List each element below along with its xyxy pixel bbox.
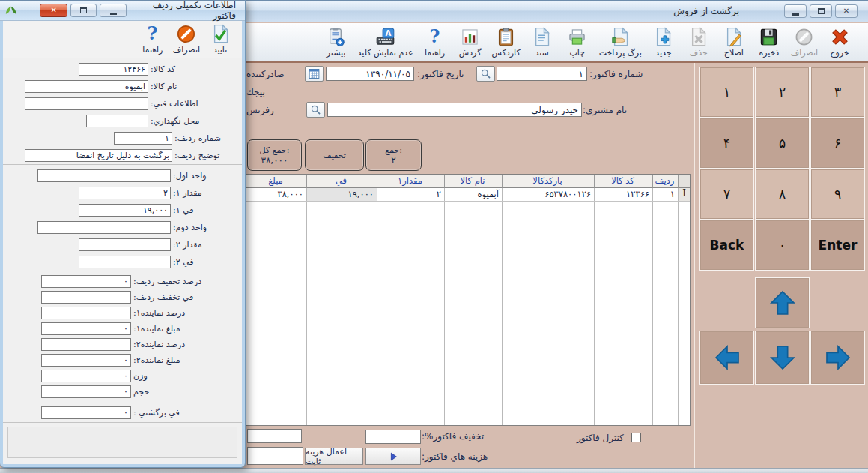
minimize-icon	[792, 13, 799, 16]
row-discount-pct-input[interactable]	[41, 275, 131, 288]
save-button[interactable]: ذخيره	[753, 26, 786, 58]
invoice-date-input[interactable]	[326, 67, 414, 81]
unit1-input[interactable]	[37, 169, 171, 182]
more-button[interactable]: بيشتر	[320, 26, 353, 58]
right-arrow-icon	[823, 343, 853, 373]
invoice-control-checkbox[interactable]	[631, 433, 641, 442]
qty1-input[interactable]	[79, 187, 171, 199]
key-4[interactable]: ۴	[700, 118, 753, 168]
arrow-up-button[interactable]	[756, 278, 809, 328]
arrow-down-button[interactable]	[756, 331, 809, 384]
kardex-icon	[496, 27, 516, 47]
help-button[interactable]: ? راهنما	[419, 26, 452, 58]
invoice-date-calendar-button[interactable]	[305, 66, 324, 82]
technical-info-input[interactable]	[25, 97, 148, 110]
dialog-minimize-button[interactable]	[100, 4, 126, 17]
minimize-button[interactable]	[784, 4, 807, 18]
dialog-close-button[interactable]: ✕	[40, 4, 67, 17]
row-description-input[interactable]	[25, 149, 172, 162]
maximize-button[interactable]	[810, 4, 832, 18]
close-icon: ✕	[843, 7, 849, 15]
fee1-input[interactable]	[79, 204, 171, 217]
volume-input[interactable]	[41, 385, 131, 398]
agent1-pct-input[interactable]	[41, 307, 131, 319]
cancel-button[interactable]: انصراف	[788, 26, 821, 58]
arrow-left-button[interactable]	[700, 331, 753, 384]
key-0[interactable]: ۰	[756, 220, 809, 270]
row-selector[interactable]: I	[678, 188, 690, 201]
return-fee-input[interactable]	[41, 406, 131, 419]
customer-name-input[interactable]	[327, 103, 582, 117]
document-button[interactable]: سند	[526, 26, 559, 58]
col-header-code[interactable]: کد کالا	[594, 175, 652, 188]
issuer-label: صادرکننده	[246, 69, 285, 79]
key-back[interactable]: Back	[700, 220, 753, 270]
apply-fixed-cost-button[interactable]: اعمال هزينه ثابت	[305, 448, 363, 465]
key-3[interactable]: ۳	[811, 67, 864, 117]
col-header-qty1[interactable]: مقدار۱	[377, 175, 444, 188]
print-button[interactable]: چاپ	[561, 26, 594, 58]
reference-label: رفرنس	[246, 105, 274, 115]
qty2-input[interactable]	[79, 238, 171, 251]
hide-keypad-button[interactable]: A عدم نمايش کليد	[355, 26, 416, 58]
confirm-button[interactable]: تاييد	[204, 23, 236, 55]
row-discount-fee-label: في تخفيف رديف:	[133, 292, 193, 302]
col-header-radif[interactable]: رديف	[652, 175, 678, 188]
key-9[interactable]: ۹	[811, 169, 864, 219]
new-button[interactable]: جديد	[647, 26, 680, 58]
turnover-button[interactable]: گردش	[454, 26, 487, 58]
key-6[interactable]: ۶	[811, 118, 864, 168]
volume-label: حجم	[133, 387, 149, 397]
invoice-no-label: شماره فاکتور:	[589, 69, 643, 79]
key-2[interactable]: ۲	[756, 67, 809, 117]
customer-search-button[interactable]	[306, 102, 325, 118]
dialog-fields: کد کالا: نام کالا: اطلاعات فني: محل نگهد…	[3, 58, 242, 458]
key-5[interactable]: ۵	[756, 118, 809, 168]
weight-input[interactable]	[41, 370, 131, 382]
fee2-input[interactable]	[79, 256, 171, 268]
edit-icon	[723, 27, 744, 47]
dialog-maximize-button[interactable]	[70, 4, 97, 17]
agent1-amount-input[interactable]	[41, 322, 131, 335]
payment-sheet-button[interactable]: برگ پرداخت	[596, 26, 645, 58]
col-header-fee[interactable]: في	[306, 175, 377, 188]
arrow-right-button[interactable]	[811, 331, 864, 384]
table-row[interactable]: I ۱ ۱۲۳۶۶ ۶۵۳۷۸۰۰۱۲۶ آبميوه ۲ ۱۹,۰۰۰ ۳۸,…	[246, 188, 690, 202]
cost-input-2[interactable]	[247, 447, 303, 465]
invoice-no-search-button[interactable]	[476, 66, 495, 82]
exit-button[interactable]: خروج	[823, 26, 856, 58]
invoice-no-input[interactable]	[497, 67, 587, 81]
window-bottom-frame	[0, 468, 868, 473]
cell-code: ۱۲۳۶۶	[594, 188, 652, 201]
product-name-input[interactable]	[25, 80, 148, 93]
exit-icon	[830, 27, 850, 47]
row-discount-fee-input[interactable]	[41, 291, 131, 304]
key-1[interactable]: ۱	[700, 67, 753, 117]
unit1-label: واحد اول:	[173, 171, 207, 181]
col-header-amount[interactable]: مبلغ	[246, 175, 306, 188]
invoice-costs-button[interactable]	[365, 448, 421, 465]
edit-button[interactable]: اصلاح	[717, 26, 750, 58]
product-code-input[interactable]	[79, 63, 148, 76]
storage-location-input[interactable]	[86, 115, 148, 127]
row-number-input[interactable]	[114, 132, 172, 145]
cell-fee: ۱۹,۰۰۰	[306, 188, 377, 201]
key-8[interactable]: ۸	[756, 169, 809, 219]
kardex-button[interactable]: کاردکس	[489, 26, 523, 58]
cost-input-1[interactable]	[247, 429, 302, 443]
col-header-barcode[interactable]: بارکدکالا	[502, 175, 594, 188]
dialog-cancel-button[interactable]: انصراف	[170, 23, 203, 55]
col-header-name[interactable]: نام کالا	[444, 175, 502, 188]
field-group-product: کد کالا: نام کالا: اطلاعات فني: محل نگهد…	[3, 58, 242, 165]
agent2-amount-input[interactable]	[41, 354, 131, 367]
key-enter[interactable]: Enter	[811, 220, 864, 270]
save-icon	[759, 27, 779, 47]
close-button[interactable]: ✕	[835, 4, 858, 18]
delete-button[interactable]: حذف	[682, 26, 715, 58]
agent2-pct-input[interactable]	[41, 338, 131, 351]
unit2-input[interactable]	[37, 221, 171, 234]
invoice-discount-input[interactable]	[365, 430, 421, 444]
agent2-pct-label: درصد نماينده۲:	[133, 340, 185, 349]
dialog-help-button[interactable]: ? راهنما	[137, 23, 169, 55]
key-7[interactable]: ۷	[700, 169, 753, 219]
